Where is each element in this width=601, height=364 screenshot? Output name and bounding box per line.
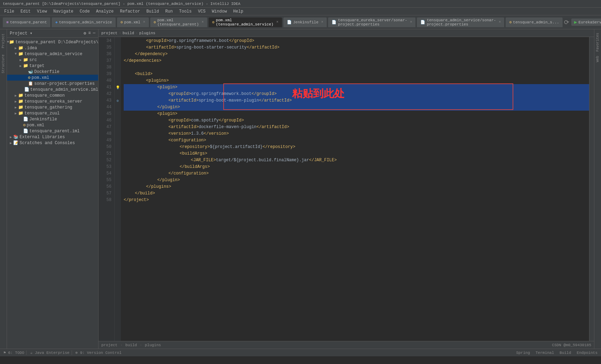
tree-item-parent-iml[interactable]: 📄 tensquare_parent.iml [7,128,98,134]
tree-item-idea[interactable]: ▶ 📁 .idea [7,45,98,51]
file-icon-parent-iml: 📄 [23,128,28,134]
menu-help[interactable]: Help [230,8,246,15]
menu-refactor[interactable]: Refactor [117,8,143,15]
menu-window[interactable]: Window [209,8,230,15]
breadcrumb-bottom-build[interactable]: build [125,343,137,347]
tree-label-eureka: tensquare_eureka_server [24,99,82,104]
right-side-panel: Favorites Web [594,29,601,349]
sidebar-icon-collapse[interactable]: — [93,31,95,36]
menu-navigate[interactable]: Navigate [50,8,76,15]
tree-label-jenkinsfile: Jenkinsfile [29,117,57,122]
line-numbers: 34 35 36 37 38 39 40 41 42 43 44 45 46 4… [99,37,115,341]
properties-icon-sonar: 📋 [28,81,33,86]
git-icon[interactable]: ⟳ [564,18,569,26]
editor-content[interactable]: 34 35 36 37 38 39 40 41 42 43 44 45 46 4… [99,37,594,341]
sidebar-icon-gear[interactable]: ≡ [88,31,91,36]
tree-label-pom-selected: pom.xml [31,75,49,80]
status-java[interactable]: ☕ Java Enterprise [28,350,72,355]
menu-build[interactable]: Build [144,8,162,15]
tree-item-pom-selected[interactable]: ⚙ pom.xml [7,75,98,81]
menu-code[interactable]: Code [77,8,93,15]
breadcrumb-build[interactable]: build [123,31,134,35]
tab-pom-bare[interactable]: ⚙ pom.xml × [117,17,149,27]
menu-bar: File Edit View Navigate Code Analyze Ref… [0,8,601,15]
gutter-gear-43[interactable]: ⚙ [115,97,121,104]
library-icon: 📚 [13,134,19,140]
status-endpoints[interactable]: Endpoints [575,351,600,355]
tree-label-ext-libs: External Libraries [20,135,65,140]
menu-run[interactable]: Run [162,8,176,15]
status-terminal[interactable]: Terminal [534,351,556,355]
web-label[interactable]: Web [595,54,600,64]
project-label[interactable]: Project [1,31,6,51]
tree-label-root: tensquare_parent D:\IdeaProjects\tensqua [15,40,98,45]
menu-view[interactable]: View [34,8,50,15]
tree-label-dockerfile: Dockerfile [34,69,59,74]
expand-arrow-src: ▶ [18,58,23,62]
expand-arrow-zuul: ▶ [13,111,18,116]
folder-icon-idea: 📁 [18,45,23,51]
status-vcs[interactable]: ⊕ 9: Version Control [73,350,124,355]
tab-admin-pom-short[interactable]: ⚙ tensquare_admin_s... [506,17,563,27]
sidebar: Project ▾ ⚙ ≡ — ▼ 📁 tensquare_parent D:\… [7,29,99,349]
right-scrollbar[interactable] [589,37,594,341]
menu-vcs[interactable]: VCS [195,8,209,15]
tab-eureka-sonar[interactable]: 📄 tensquare_eureka_server/sonar-project.… [328,17,415,27]
code-line-42: <groupId>org.springframework.boot</group… [124,91,589,97]
tab-pom-admin[interactable]: ⚙ pom.xml (tensquare_admin_service) × [209,17,282,27]
tree-item-pom-root[interactable]: ⚙ pom.xml [7,122,98,128]
tree-item-gathering[interactable]: ▶ 📁 tensquare_gathering [7,104,98,110]
breadcrumb-bottom-project[interactable]: project [101,343,117,347]
tab-tensquare-parent[interactable]: ■ tensquare_parent [3,17,50,27]
breadcrumb-plugins[interactable]: plugins [139,31,155,35]
tree-item-sonar[interactable]: 📋 sonar-project.properties [7,81,98,87]
toolbar-right: ⟳ ▶ EurekaServerApplication ▾ ▶ 🐛 🔨 ⚙ 🔍 … [564,18,601,26]
tree-item-dockerfile[interactable]: 🐋 Dockerfile [7,69,98,75]
menu-file[interactable]: File [1,8,17,15]
folder-icon-eureka: 📁 [18,99,23,104]
breadcrumb-project[interactable]: project [101,31,117,35]
tree-item-ext-libs[interactable]: ▶ 📚 External Libraries [7,134,98,140]
status-build[interactable]: Build [558,351,573,355]
sidebar-icon-cog[interactable]: ⚙ [84,31,86,36]
watermark: CSDN @m0_59430185 [552,343,591,347]
code-line-55: </plugin> [124,177,589,184]
tree-label-scratches: Scratches and Consoles [20,141,75,146]
folder-icon-admin: 📁 [18,51,23,57]
title-text: tensquare_parent [D:\IdeaProjects\tensqu… [3,2,240,6]
file-icon-dockerfile: 🐋 [28,69,33,74]
code-line-50: <repository>${project.artifactId}</repos… [124,144,589,150]
tab-jenkinsfile[interactable]: 📄 Jenkinsfile × [283,17,327,27]
menu-edit[interactable]: Edit [18,8,34,15]
xml-icon-pom-root: ⚙ [23,122,26,128]
favorites-label[interactable]: Favorites [595,31,600,54]
code-editor[interactable]: <groupId>org.springframework.boot</group… [121,37,589,341]
code-line-36: </dependency> [124,51,589,58]
status-spring[interactable]: Spring [514,351,532,355]
gutter-bulb-41[interactable]: 💡 [115,84,121,91]
breadcrumb-bottom-plugins[interactable]: plugins [145,343,161,347]
tree-item-scratches[interactable]: ▶ 📝 Scratches and Consoles [7,140,98,146]
folder-icon-gathering: 📁 [18,105,23,110]
tree-item-iml[interactable]: 📄 tensquare_admin_service.iml [7,87,98,92]
tree-item-admin[interactable]: ▼ 📁 tensquare_admin_service [7,51,98,57]
tree-item-jenkinsfile[interactable]: 📄 Jenkinsfile [7,116,98,122]
sidebar-title: Project ▾ [10,31,32,36]
tree-label-common: tensquare_common [24,93,65,98]
folder-icon-root: 📁 [9,39,14,45]
expand-arrow-scratches: ▶ [8,141,13,145]
tree-item-src[interactable]: ▶ 📁 src [7,57,98,63]
tree-item-eureka[interactable]: ▶ 📁 tensquare_eureka_server [7,98,98,104]
tab-admin-service[interactable]: ◆ tensquare_admin_service [52,17,115,27]
tree-item-target[interactable]: ▶ 📁 target [7,63,98,69]
structure-label[interactable]: Structure [1,52,6,76]
menu-tools[interactable]: Tools [176,8,195,15]
tree-item-common[interactable]: ▶ 📁 tensquare_common [7,92,98,98]
tree-item-root[interactable]: ▼ 📁 tensquare_parent D:\IdeaProjects\ten… [7,39,98,45]
tab-admin-sonar[interactable]: 📄 tensquare_admin_service/sonar-project.… [417,17,504,27]
run-config-selector[interactable]: ▶ EurekaServerApplication ▾ [571,18,601,26]
status-todo[interactable]: ⚑ 6: TODO [1,350,27,355]
tab-pom-parent[interactable]: ⚙ pom.xml (tensquare_parent) × [150,17,207,27]
tree-item-zuul[interactable]: ▶ 📁 tensquare_zuul [7,110,98,116]
menu-analyze[interactable]: Analyze [93,8,116,15]
